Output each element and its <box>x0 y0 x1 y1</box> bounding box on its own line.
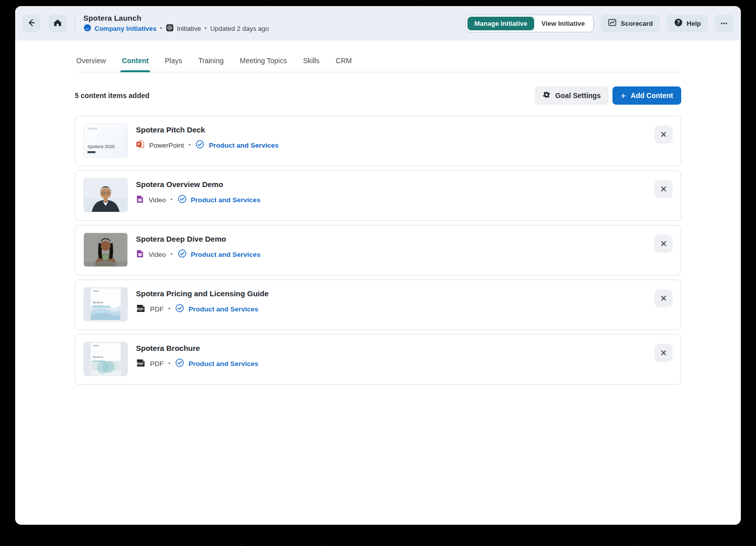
close-icon: ✕ <box>660 293 667 304</box>
header-actions: Manage Initiative View Initiative Scorec… <box>465 14 733 32</box>
home-icon <box>53 18 62 29</box>
tab-skills[interactable]: Skills <box>302 53 321 72</box>
svg-text:?: ? <box>677 20 680 25</box>
content-thumbnail <box>83 233 128 267</box>
breadcrumb-item-type: Initiative <box>166 24 201 33</box>
scorecard-chart-icon <box>608 18 617 28</box>
breadcrumb-collection-link[interactable]: Company Initiatives <box>83 24 157 33</box>
close-icon: ✕ <box>660 348 667 358</box>
initiative-icon <box>166 24 174 33</box>
more-options-button[interactable]: ••• <box>715 14 733 32</box>
content-panel: 5 content items added Goal Settings + Ad… <box>15 72 741 385</box>
header-divider <box>75 13 75 33</box>
content-count-summary: 5 content items added <box>75 92 150 100</box>
back-button[interactable] <box>22 14 40 32</box>
tab-meeting-topics[interactable]: Meeting Topics <box>239 53 289 72</box>
content-thumbnail: spotera Spotera 2025 <box>83 123 128 158</box>
home-button[interactable] <box>49 14 67 32</box>
content-item-meta: Video • Product and Services <box>136 194 261 205</box>
breadcrumb-separator: • <box>160 25 162 32</box>
close-icon: ✕ <box>660 239 667 249</box>
svg-text:P: P <box>137 142 140 147</box>
meta-separator: • <box>168 305 170 312</box>
content-type-label: PowerPoint <box>149 142 184 149</box>
content-thumbnail: Spotera Pricing Guide <box>83 287 128 322</box>
content-type-label: PDF <box>150 360 164 368</box>
gear-icon <box>542 90 551 101</box>
meta-separator: • <box>188 142 191 149</box>
page-title: Spotera Launch <box>83 14 269 22</box>
remove-content-button[interactable]: ✕ <box>654 289 673 307</box>
content-item-title: Spotera Overview Demo <box>136 180 261 189</box>
content-item-meta: Video • Product and Services <box>136 249 261 260</box>
remove-content-button[interactable]: ✕ <box>654 344 673 362</box>
content-item-meta: PDF PDF • Product and Services <box>136 303 269 314</box>
goal-settings-button[interactable]: Goal Settings <box>535 86 608 105</box>
svg-text:PDF: PDF <box>137 361 144 365</box>
content-thumbnail: Spotera Overview <box>83 342 128 376</box>
remove-content-button[interactable]: ✕ <box>654 180 673 198</box>
close-icon: ✕ <box>660 129 667 140</box>
tab-bar: OverviewContentPlaysTrainingMeeting Topi… <box>15 40 741 72</box>
verified-badge-icon <box>177 194 187 205</box>
content-type-label: PDF <box>150 305 164 313</box>
content-toolbar: 5 content items added Goal Settings + Ad… <box>75 86 681 105</box>
verified-badge-icon <box>195 140 205 151</box>
scorecard-button[interactable]: Scorecard <box>601 14 660 32</box>
product-tag-link[interactable]: Product and Services <box>177 194 261 205</box>
powerpoint-icon: P <box>136 140 145 150</box>
help-question-icon: ? <box>674 18 683 28</box>
verified-badge-icon <box>175 358 184 369</box>
remove-content-button[interactable]: ✕ <box>654 125 673 144</box>
ellipsis-icon: ••• <box>721 21 728 26</box>
content-item-title: Spotera Brochure <box>136 344 258 352</box>
breadcrumb: Company Initiatives • Initiative • Updat… <box>83 24 269 33</box>
tab-training[interactable]: Training <box>197 53 225 72</box>
help-button[interactable]: ? Help <box>667 14 708 32</box>
title-block: Spotera Launch Company Initiatives • Ini… <box>83 14 269 33</box>
product-tag-link[interactable]: Product and Services <box>195 140 278 151</box>
product-tag-link[interactable]: Product and Services <box>177 249 261 260</box>
pdf-icon: PDF <box>136 359 146 369</box>
video-icon <box>136 250 144 259</box>
app-window: Spotera Launch Company Initiatives • Ini… <box>15 6 741 525</box>
initiative-mode-toggle: Manage Initiative View Initiative <box>465 15 594 32</box>
tab-content[interactable]: Content <box>120 53 150 72</box>
updated-timestamp: Updated 2 days ago <box>210 25 269 32</box>
tab-crm[interactable]: CRM <box>334 53 353 72</box>
content-item-title: Spotera Pricing and Licensing Guide <box>136 289 269 298</box>
page-header: Spotera Launch Company Initiatives • Ini… <box>15 6 741 40</box>
verified-badge-icon <box>175 303 184 314</box>
plus-icon: + <box>621 91 626 101</box>
content-item-card[interactable]: Spotera Deep Dive Demo Video • <box>75 225 681 276</box>
tab-overview[interactable]: Overview <box>75 53 107 72</box>
content-item-meta: PDF PDF • Product and Services <box>136 358 258 369</box>
content-item-meta: P PowerPoint • Product and Services <box>136 140 278 151</box>
content-type-label: Video <box>149 251 166 258</box>
content-item-title: Spotera Deep Dive Demo <box>136 235 261 243</box>
verified-badge-icon <box>177 249 187 260</box>
meta-separator: • <box>168 360 170 367</box>
content-type-label: Video <box>149 196 166 204</box>
spot-icon <box>83 24 91 33</box>
product-tag-link[interactable]: Product and Services <box>175 303 258 314</box>
view-initiative-button[interactable]: View Initiative <box>534 17 592 30</box>
breadcrumb-separator: • <box>205 25 207 32</box>
add-content-button[interactable]: + Add Content <box>612 86 681 105</box>
remove-content-button[interactable]: ✕ <box>654 235 673 253</box>
content-item-card[interactable]: Spotera Overview Spotera Brochure PDF <box>75 334 681 385</box>
content-item-card[interactable]: Spotera Overview Demo Video • <box>75 170 681 221</box>
close-icon: ✕ <box>660 184 667 195</box>
manage-initiative-button[interactable]: Manage Initiative <box>467 17 535 30</box>
tab-plays[interactable]: Plays <box>163 53 183 72</box>
back-arrow-icon <box>27 18 36 29</box>
content-item-card[interactable]: spotera Spotera 2025 <box>75 116 681 166</box>
content-item-list: spotera Spotera 2025 <box>75 116 681 385</box>
content-item-title: Spotera Pitch Deck <box>136 125 278 134</box>
content-thumbnail <box>83 178 128 212</box>
product-tag-link[interactable]: Product and Services <box>175 358 258 369</box>
meta-separator: • <box>170 196 172 203</box>
content-item-card[interactable]: Spotera Pricing Guide Spotera Pricing an… <box>75 280 681 330</box>
pdf-icon: PDF <box>136 304 146 314</box>
meta-separator: • <box>170 251 172 258</box>
